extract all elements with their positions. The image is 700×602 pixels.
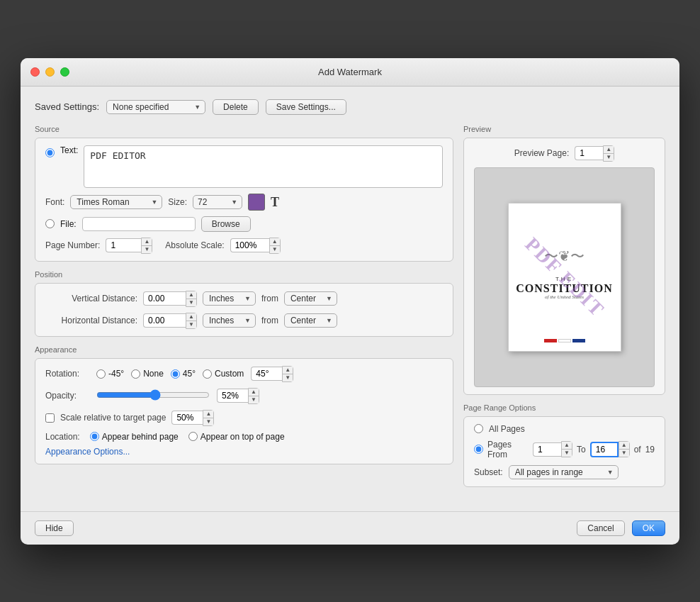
opacity-input[interactable]: 52%: [217, 389, 248, 403]
appearance-options-link[interactable]: Appearance Options...: [45, 447, 130, 457]
pages-from-down[interactable]: ▼: [562, 450, 572, 457]
opacity-slider[interactable]: [96, 389, 210, 401]
saved-settings-dropdown-wrapper: None specified: [106, 100, 205, 114]
book-the: THE: [516, 276, 612, 282]
source-section-label: Source: [35, 125, 453, 133]
location-behind-label: Appear behind page: [90, 432, 179, 442]
vertical-from-label: from: [261, 294, 278, 303]
pages-from-input[interactable]: 1: [533, 442, 561, 457]
horizontal-up[interactable]: ▲: [186, 313, 196, 321]
rotation-custom-stepper: 45° ▲ ▼: [251, 366, 293, 382]
cancel-button[interactable]: Cancel: [577, 520, 624, 536]
page-number-label: Page Number:: [45, 240, 100, 250]
horizontal-down[interactable]: ▼: [186, 321, 196, 328]
save-settings-button[interactable]: Save Settings...: [266, 99, 346, 115]
location-top-radio[interactable]: [188, 432, 198, 441]
rotation-custom-radio[interactable]: [203, 369, 212, 379]
absolute-scale-up[interactable]: ▲: [270, 238, 280, 246]
pages-from-up[interactable]: ▲: [562, 442, 572, 450]
opacity-down[interactable]: ▼: [249, 396, 259, 403]
delete-button[interactable]: Delete: [213, 99, 259, 115]
vertical-label: Vertical Distance:: [45, 294, 137, 303]
page-number-up[interactable]: ▲: [142, 238, 152, 246]
file-radio[interactable]: [45, 219, 55, 228]
all-pages-row: All Pages: [474, 424, 655, 434]
left-panel: Source Text: PDF EDITOR Font: Times Roma…: [35, 125, 453, 496]
location-behind-radio[interactable]: [90, 432, 99, 441]
page-range-section-label: Page Range Options: [463, 403, 665, 412]
rotation-45-radio[interactable]: [171, 369, 180, 379]
rotation-none-radio[interactable]: [131, 369, 140, 379]
horizontal-unit-select[interactable]: Inches: [203, 313, 256, 328]
vertical-up[interactable]: ▲: [186, 291, 196, 299]
page-number-steppers: ▲ ▼: [141, 238, 152, 254]
browse-button[interactable]: Browse: [201, 216, 251, 232]
horizontal-steppers: ▲ ▼: [186, 313, 197, 329]
rotation-up[interactable]: ▲: [283, 367, 293, 374]
preview-area: 〜❦〜 THE CONSTITUTION of the United State…: [474, 167, 655, 387]
rotation-custom-label: Custom: [203, 369, 244, 379]
saved-settings-label: Saved Settings:: [35, 101, 99, 112]
vertical-down[interactable]: ▼: [186, 299, 196, 306]
horizontal-from-label: from: [261, 316, 278, 325]
subset-select[interactable]: All pages in range Even pages only Odd p…: [509, 465, 619, 479]
hide-button[interactable]: Hide: [35, 520, 74, 536]
pages-to-stepper: 16 ▲ ▼: [590, 441, 630, 457]
close-button[interactable]: [30, 67, 40, 77]
text-radio[interactable]: [45, 148, 55, 157]
saved-settings-select[interactable]: None specified: [106, 100, 205, 114]
pages-from-row: Pages From 1 ▲ ▼ To 16 ▲: [474, 440, 655, 459]
text-input[interactable]: PDF EDITOR: [84, 145, 443, 188]
all-pages-radio[interactable]: [474, 424, 483, 433]
position-section-label: Position: [35, 270, 453, 279]
maximize-button[interactable]: [60, 67, 69, 77]
location-label: Location:: [45, 432, 80, 442]
opacity-up[interactable]: ▲: [249, 389, 259, 396]
location-row: Location: Appear behind page Appear on t…: [45, 432, 443, 442]
preview-page-input[interactable]: 1: [575, 146, 603, 160]
scale-down[interactable]: ▼: [203, 418, 213, 425]
pages-to-down[interactable]: ▼: [619, 450, 629, 457]
preview-page-down[interactable]: ▼: [604, 154, 614, 161]
page-number-stepper: 1 ▲ ▼: [106, 238, 152, 254]
page-number-input[interactable]: 1: [106, 238, 141, 252]
preview-panel: Preview Page: 1 ▲ ▼ 〜❦〜: [463, 138, 665, 395]
pages-to-label: To: [577, 445, 586, 455]
subset-dropdown-wrapper: All pages in range Even pages only Odd p…: [509, 465, 619, 479]
scale-up[interactable]: ▲: [203, 411, 213, 418]
opacity-steppers: ▲ ▼: [248, 388, 259, 404]
size-select[interactable]: 72: [193, 195, 242, 209]
vertical-unit-select[interactable]: Inches: [203, 291, 256, 306]
ok-button[interactable]: OK: [632, 520, 665, 536]
horizontal-row: Horizontal Distance: 0.00 ▲ ▼ Inch: [45, 313, 443, 329]
color-swatch[interactable]: [248, 194, 265, 211]
vertical-ref-wrapper: Center: [284, 291, 337, 306]
absolute-scale-input[interactable]: 100%: [230, 238, 269, 252]
window-title: Add Watermark: [318, 67, 382, 77]
horizontal-ref-select[interactable]: Center: [284, 313, 337, 328]
book-subtitle: of the United States: [516, 294, 612, 300]
subset-label: Subset:: [474, 467, 503, 477]
page-number-down[interactable]: ▼: [142, 246, 152, 253]
horizontal-label: Horizontal Distance:: [45, 316, 137, 325]
horizontal-input[interactable]: 0.00: [143, 313, 186, 328]
pages-to-up[interactable]: ▲: [619, 442, 629, 450]
absolute-scale-down[interactable]: ▼: [270, 246, 280, 253]
opacity-slider-container: [96, 389, 210, 403]
pages-to-input[interactable]: 16: [590, 442, 619, 457]
rotation-custom-input[interactable]: 45°: [251, 367, 282, 381]
scale-input[interactable]: 50%: [171, 411, 203, 425]
preview-page-up[interactable]: ▲: [604, 146, 614, 154]
scale-checkbox[interactable]: [45, 413, 55, 423]
vertical-input[interactable]: 0.00: [143, 291, 186, 306]
rotation-neg45-radio[interactable]: [96, 369, 106, 379]
font-select[interactable]: Times Roman: [70, 195, 162, 209]
preview-page-stepper: 1 ▲ ▼: [575, 145, 614, 162]
main-layout: Source Text: PDF EDITOR Font: Times Roma…: [35, 125, 665, 496]
file-row: File: Browse: [45, 216, 443, 232]
rotation-down[interactable]: ▼: [283, 374, 293, 381]
pages-from-radio[interactable]: [474, 445, 483, 454]
file-path-input[interactable]: [82, 217, 196, 231]
minimize-button[interactable]: [45, 67, 55, 77]
vertical-ref-select[interactable]: Center: [284, 291, 337, 306]
